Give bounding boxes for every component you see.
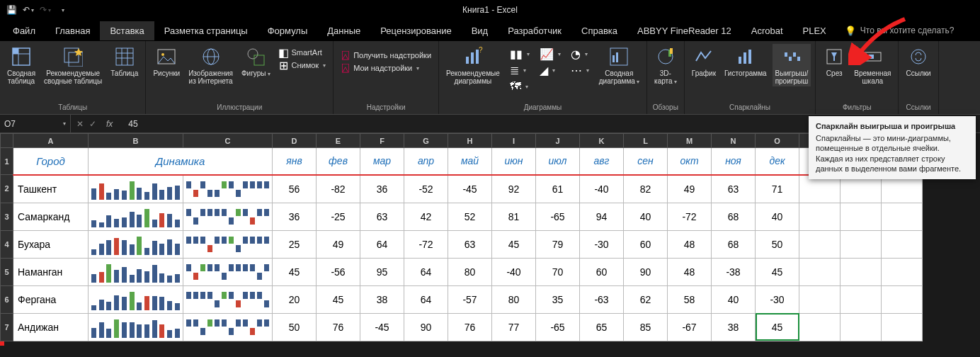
- my-addins-button[interactable]: ⍓Мои надстройки▾: [338, 62, 422, 74]
- tab-формулы[interactable]: Формулы: [258, 21, 318, 40]
- sparkline-winloss-button[interactable]: Выигрыш/ проигрыш: [773, 44, 811, 86]
- tab-вид[interactable]: Вид: [462, 21, 498, 40]
- sparkline-winloss-cell[interactable]: [183, 175, 273, 203]
- scatter-chart-icon[interactable]: ⋯▾: [568, 63, 592, 78]
- col-header-E[interactable]: E: [317, 134, 360, 148]
- header-month[interactable]: апр: [404, 148, 448, 175]
- cell-city[interactable]: Самарканд: [13, 203, 89, 230]
- header-month[interactable]: сен: [624, 148, 668, 175]
- row-header-1[interactable]: 1: [1, 148, 13, 175]
- sparkline-column-cell[interactable]: [89, 203, 183, 230]
- data-cell[interactable]: 90: [404, 313, 448, 341]
- area-chart-icon[interactable]: ◢▾: [537, 63, 564, 78]
- data-cell[interactable]: 65: [580, 313, 624, 341]
- column-chart-icon[interactable]: ▮▮▾: [507, 47, 532, 62]
- data-cell[interactable]: 56: [273, 175, 317, 203]
- header-month[interactable]: дек: [756, 148, 799, 175]
- data-cell[interactable]: 35: [536, 285, 580, 313]
- data-cell[interactable]: 40: [712, 285, 756, 313]
- row-header-6[interactable]: 6: [1, 285, 13, 313]
- data-cell[interactable]: 76: [317, 313, 360, 341]
- data-cell[interactable]: -72: [668, 203, 712, 230]
- data-cell[interactable]: 76: [448, 313, 492, 341]
- data-cell[interactable]: -65: [536, 313, 580, 341]
- data-cell[interactable]: 77: [492, 313, 536, 341]
- sparkline-column-cell[interactable]: [89, 258, 183, 285]
- header-month[interactable]: фев: [317, 148, 360, 175]
- slicer-button[interactable]: Срез: [820, 44, 848, 79]
- bar-chart-icon[interactable]: ≣▾: [507, 63, 532, 78]
- data-cell[interactable]: 64: [404, 285, 448, 313]
- data-cell[interactable]: -30: [580, 230, 624, 258]
- sparkline-column-cell[interactable]: [89, 285, 183, 313]
- line-chart-icon[interactable]: 📈▾: [537, 47, 564, 62]
- data-cell[interactable]: 85: [624, 313, 668, 341]
- col-header-N[interactable]: N: [712, 134, 756, 148]
- select-all-corner[interactable]: [1, 134, 13, 148]
- data-cell[interactable]: 48: [668, 258, 712, 285]
- data-cell[interactable]: -45: [360, 313, 404, 341]
- data-cell[interactable]: 50: [756, 230, 799, 258]
- enter-icon[interactable]: ✓: [89, 119, 96, 129]
- header-month[interactable]: июн: [492, 148, 536, 175]
- undo-icon[interactable]: ↶▾: [23, 4, 34, 16]
- row-header-2[interactable]: 2: [1, 175, 13, 203]
- data-cell[interactable]: 45: [756, 258, 799, 285]
- links-button[interactable]: Ссылки: [903, 44, 933, 79]
- name-box[interactable]: O7▾: [0, 115, 71, 132]
- sparkline-winloss-cell[interactable]: [183, 285, 273, 313]
- data-cell[interactable]: 63: [448, 230, 492, 258]
- tab-рецензирование[interactable]: Рецензирование: [370, 21, 461, 40]
- data-cell[interactable]: 71: [756, 175, 799, 203]
- data-cell[interactable]: 80: [492, 285, 536, 313]
- data-cell[interactable]: 40: [756, 203, 799, 230]
- redo-icon[interactable]: ↷▾: [40, 4, 51, 16]
- col-header-B[interactable]: B: [89, 134, 183, 148]
- pivottable-button[interactable]: Сводная таблица: [4, 44, 38, 86]
- tab-справка[interactable]: Справка: [571, 21, 627, 40]
- row-header-5[interactable]: 5: [1, 258, 13, 285]
- data-cell[interactable]: 25: [273, 230, 317, 258]
- data-cell[interactable]: 80: [448, 258, 492, 285]
- data-cell[interactable]: 60: [580, 258, 624, 285]
- col-header-I[interactable]: I: [492, 134, 536, 148]
- data-cell[interactable]: 63: [360, 203, 404, 230]
- data-cell[interactable]: 50: [273, 313, 317, 341]
- data-cell[interactable]: 38: [360, 285, 404, 313]
- data-cell[interactable]: -40: [492, 258, 536, 285]
- data-cell[interactable]: -25: [317, 203, 360, 230]
- data-cell[interactable]: 42: [404, 203, 448, 230]
- tab-acrobat[interactable]: Acrobat: [741, 21, 793, 40]
- data-cell[interactable]: 49: [317, 230, 360, 258]
- data-cell[interactable]: 90: [624, 258, 668, 285]
- data-cell[interactable]: 79: [536, 230, 580, 258]
- data-cell[interactable]: 49: [668, 175, 712, 203]
- data-cell[interactable]: 92: [492, 175, 536, 203]
- header-city[interactable]: Город: [13, 148, 89, 175]
- cell-city[interactable]: Андижан: [13, 313, 89, 341]
- data-cell[interactable]: 20: [273, 285, 317, 313]
- data-cell[interactable]: 70: [536, 258, 580, 285]
- data-cell[interactable]: -45: [448, 175, 492, 203]
- pie-chart-icon[interactable]: ◔▾: [568, 47, 592, 62]
- row-header-3[interactable]: 3: [1, 203, 13, 230]
- data-cell[interactable]: 45: [756, 313, 799, 341]
- pivotchart-button[interactable]: Сводная диаграмма▾: [596, 44, 642, 87]
- data-cell[interactable]: 62: [624, 285, 668, 313]
- header-month[interactable]: окт: [668, 148, 712, 175]
- cell-city[interactable]: Бухара: [13, 230, 89, 258]
- data-cell[interactable]: -56: [317, 258, 360, 285]
- data-cell[interactable]: 94: [580, 203, 624, 230]
- data-cell[interactable]: 45: [317, 285, 360, 313]
- header-month[interactable]: май: [448, 148, 492, 175]
- sparkline-column-cell[interactable]: [89, 230, 183, 258]
- cell-city[interactable]: Наманган: [13, 258, 89, 285]
- timeline-button[interactable]: Временная шкала: [851, 44, 894, 86]
- sparkline-winloss-cell[interactable]: [183, 230, 273, 258]
- cell-city[interactable]: Фергана: [13, 285, 89, 313]
- table-button[interactable]: Таблица: [108, 44, 141, 79]
- header-month[interactable]: авг: [580, 148, 624, 175]
- sparkline-column-button[interactable]: Гистограмма: [722, 44, 770, 79]
- online-pictures-button[interactable]: Изображения из Интернета: [186, 44, 236, 86]
- data-cell[interactable]: -52: [404, 175, 448, 203]
